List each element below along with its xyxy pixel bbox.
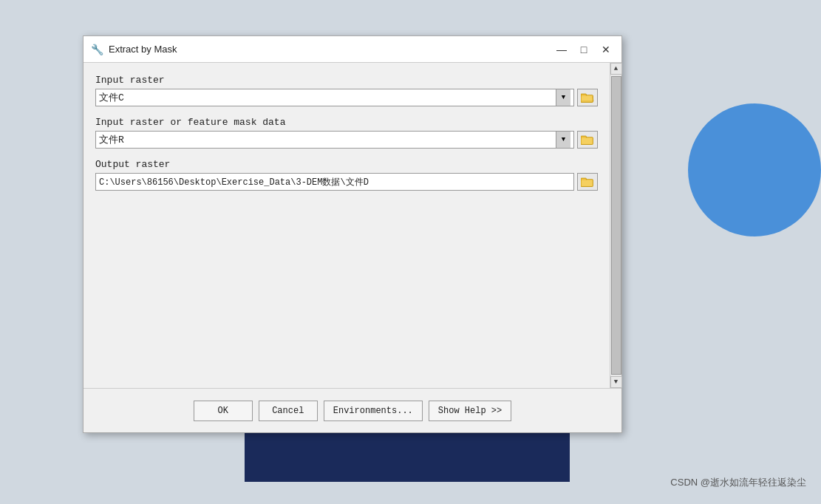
dialog-title: Extract by Mask [109, 44, 553, 55]
ok-button[interactable]: OK [194, 401, 253, 421]
dialog-content: Input raster 文件C ▼ Input raster or featu… [84, 63, 621, 388]
input-raster-browse-button[interactable] [577, 89, 598, 106]
environments-button[interactable]: Environments... [324, 401, 423, 421]
watermark: CSDN @逝水如流年轻往返染尘 [670, 476, 806, 489]
output-raster-input[interactable]: C:\Users\86156\Desktop\Exercise_Data\3-D… [95, 173, 574, 191]
output-raster-value: C:\Users\86156\Desktop\Exercise_Data\3-D… [99, 176, 369, 188]
input-raster-value: 文件C [99, 91, 556, 104]
svg-rect-8 [582, 180, 593, 186]
output-raster-row: C:\Users\86156\Desktop\Exercise_Data\3-D… [95, 173, 598, 191]
show-help-button[interactable]: Show Help >> [429, 401, 511, 421]
output-raster-label: Output raster [95, 159, 598, 170]
input-raster-label: Input raster [95, 75, 598, 86]
input-raster-arrow[interactable]: ▼ [556, 89, 570, 106]
minimize-button[interactable]: — [553, 41, 570, 58]
folder-icon [581, 92, 594, 103]
dialog-footer: OK Cancel Environments... Show Help >> [84, 388, 621, 432]
dialog-window: 🔧 Extract by Mask — □ ✕ ▲ ▼ Input raster… [83, 35, 622, 433]
folder-icon-3 [581, 177, 594, 187]
input-raster-dropdown[interactable]: 文件C ▼ [95, 89, 574, 106]
close-button[interactable]: ✕ [598, 41, 614, 58]
input-mask-label: Input raster or feature mask data [95, 117, 598, 128]
window-controls: — □ ✕ [553, 41, 614, 58]
output-raster-browse-button[interactable] [577, 173, 598, 191]
scroll-up-arrow[interactable]: ▲ [610, 63, 622, 75]
folder-icon-2 [581, 134, 594, 145]
svg-rect-2 [582, 96, 593, 102]
title-bar: 🔧 Extract by Mask — □ ✕ [84, 36, 621, 63]
scroll-down-arrow[interactable]: ▼ [610, 376, 622, 388]
input-mask-value: 文件R [99, 133, 556, 146]
input-mask-row: 文件R ▼ [95, 131, 598, 149]
cancel-button[interactable]: Cancel [259, 401, 318, 421]
svg-rect-5 [582, 138, 593, 144]
input-mask-dropdown[interactable]: 文件R ▼ [95, 131, 574, 149]
input-raster-row: 文件C ▼ [95, 89, 598, 106]
input-mask-arrow[interactable]: ▼ [556, 132, 570, 148]
scroll-thumb[interactable] [611, 76, 621, 375]
scroll-track: ▲ ▼ [610, 63, 621, 388]
bg-blue-circle [688, 103, 821, 236]
input-mask-browse-button[interactable] [577, 131, 598, 149]
dialog-icon: 🔧 [91, 44, 103, 55]
maximize-button[interactable]: □ [576, 41, 592, 58]
